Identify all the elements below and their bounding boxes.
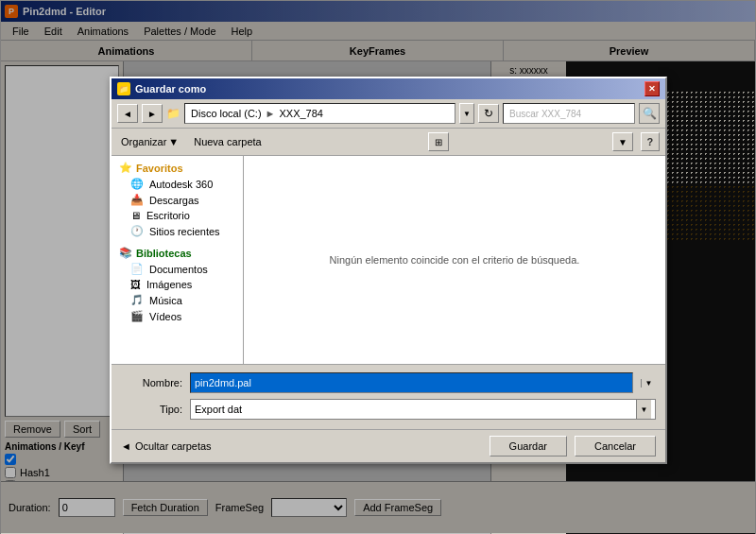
hide-folders-button[interactable]: ◄ Ocultar carpetas (121, 440, 212, 452)
hide-folders-arrow-icon: ◄ (121, 440, 131, 452)
libraries-label: Bibliotecas (136, 248, 192, 259)
path-breadcrumb[interactable]: Disco local (C:) ► XXX_784 (184, 103, 455, 124)
save-button[interactable]: Guardar (490, 436, 567, 456)
view-button[interactable]: ⊞ (428, 132, 449, 151)
filetype-combo[interactable]: Export dat ▼ (190, 399, 656, 420)
cancel-button[interactable]: Cancelar (575, 436, 656, 456)
nav-back-button[interactable]: ◄ (117, 104, 138, 123)
recent-icon: 🕐 (130, 225, 144, 237)
filename-row: Nombre: ▼ (121, 372, 656, 393)
favorites-section-header[interactable]: ⭐ Favoritos (112, 160, 243, 176)
path-separator-1: ► (266, 108, 276, 119)
docs-icon: 📄 (130, 263, 144, 275)
search-icon-button[interactable]: 🔍 (639, 103, 660, 124)
dialog-title-left: 📁 Guardar como (117, 82, 206, 95)
dialog-body: ⭐ Favoritos 🌐 Autodesk 360 📥 Descargas 🖥… (112, 156, 665, 364)
path-part-1: Disco local (C:) (191, 108, 262, 119)
nav-item-descargas[interactable]: 📥 Descargas (112, 192, 243, 208)
nav-item-imagenes[interactable]: 🖼 Imágenes (112, 277, 243, 292)
refresh-button[interactable]: ↻ (478, 104, 499, 123)
dialog-footer: ◄ Ocultar carpetas Guardar Cancelar (112, 429, 665, 462)
app-window: P Pin2dmd - Editor File Edit Animations … (0, 0, 756, 534)
favorites-label: Favoritos (136, 163, 183, 174)
dialog-filename-area: Nombre: ▼ Tipo: Export dat ▼ (112, 364, 665, 429)
help-button[interactable]: ? (641, 132, 660, 151)
nombre-label: Nombre: (121, 377, 182, 388)
dialog-title: Guardar como (135, 83, 206, 95)
tipo-label: Tipo: (121, 404, 182, 415)
images-icon: 🖼 (130, 279, 141, 290)
filetype-dropdown-arrow[interactable]: ▼ (636, 400, 651, 419)
nav-item-documentos[interactable]: 📄 Documentos (112, 261, 243, 277)
downloads-icon: 📥 (130, 194, 144, 206)
nueva-carpeta-button[interactable]: Nueva carpeta (190, 134, 266, 149)
search-placeholder-text: Buscar XXX_784 (509, 109, 581, 119)
music-icon: 🎵 (130, 294, 144, 306)
video-icon: 🎬 (130, 310, 144, 322)
path-part-2: XXX_784 (279, 108, 322, 119)
toolbar-folder-icon: 📁 (166, 107, 180, 120)
dialog-overlay: 📁 Guardar como ✕ ◄ ► 📁 Disco local (C:) … (1, 1, 755, 533)
nav-item-musica[interactable]: 🎵 Música (112, 292, 243, 308)
dialog-left-nav: ⭐ Favoritos 🌐 Autodesk 360 📥 Descargas 🖥… (112, 156, 244, 364)
desktop-icon: 🖥 (130, 210, 141, 221)
filename-dropdown-btn[interactable]: ▼ (641, 379, 656, 388)
no-results-text: Ningún elemento coincide con el criterio… (330, 254, 580, 266)
dialog-actions-bar: Organizar ▼ Nueva carpeta ⊞ ▼ ? (112, 129, 665, 156)
save-dialog: 📁 Guardar como ✕ ◄ ► 📁 Disco local (C:) … (110, 77, 667, 464)
filetype-row: Tipo: Export dat ▼ (121, 399, 656, 420)
dialog-title-bar: 📁 Guardar como ✕ (112, 78, 665, 99)
search-box[interactable]: Buscar XXX_784 (503, 103, 635, 124)
dialog-folder-icon: 📁 (117, 82, 130, 95)
filename-input[interactable] (190, 372, 633, 393)
libraries-icon: 📚 (119, 247, 132, 259)
nav-item-escritorio[interactable]: 🖥 Escritorio (112, 208, 243, 223)
organizar-button[interactable]: Organizar ▼ (117, 134, 182, 149)
nav-item-sitios-recientes[interactable]: 🕐 Sitios recientes (112, 223, 243, 239)
nav-item-autodesk[interactable]: 🌐 Autodesk 360 (112, 176, 243, 192)
dialog-main-content: Ningún elemento coincide con el criterio… (244, 156, 665, 364)
nav-forward-button[interactable]: ► (142, 104, 163, 123)
libraries-section-header[interactable]: 📚 Bibliotecas (112, 243, 243, 261)
dialog-close-button[interactable]: ✕ (644, 81, 660, 96)
autodesk-icon: 🌐 (130, 178, 144, 190)
path-dropdown-button[interactable]: ▼ (459, 103, 474, 124)
dialog-toolbar: ◄ ► 📁 Disco local (C:) ► XXX_784 ▼ ↻ Bus… (112, 99, 665, 129)
view-dropdown-button[interactable]: ▼ (612, 132, 633, 151)
nav-item-videos[interactable]: 🎬 Vídeos (112, 308, 243, 324)
star-icon: ⭐ (119, 162, 132, 174)
